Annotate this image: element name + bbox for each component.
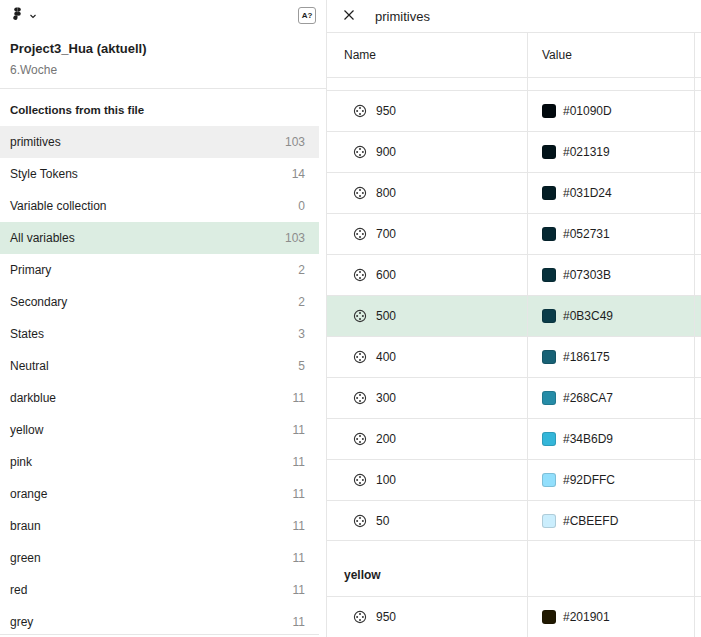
variable-value-cell[interactable]: #07303B [527,268,611,282]
color-swatch[interactable] [542,473,556,487]
sidebar-item-grey[interactable]: grey11 [0,606,319,637]
file-info: Project3_Hua (aktuell) 6.Woche [0,30,326,89]
variable-name-cell[interactable]: 200 [327,431,527,447]
collection-count: 14 [292,167,305,181]
variable-name-cell[interactable]: 950 [327,103,527,119]
sidebar-item-braun[interactable]: braun11 [0,510,319,542]
sidebar-item-variable-collection[interactable]: Variable collection0 [0,190,319,222]
sidebar-item-neutral[interactable]: Neutral5 [0,350,319,382]
collection-label: braun [10,519,41,533]
variable-name: 900 [376,145,396,159]
variables-panel: primitives Name Value 950#01090D900#0213… [327,0,701,637]
variable-row-800-2[interactable]: 800#031D24 [327,172,701,213]
file-title: Project3_Hua (aktuell) [10,40,316,58]
variable-row-500-5[interactable]: 500#0B3C49 [327,295,701,336]
color-swatch[interactable] [542,391,556,405]
variable-name-cell[interactable]: 300 [327,390,527,406]
hex-value: #01090D [563,104,612,118]
variable-name: 50 [376,514,389,528]
variable-name-cell[interactable]: 800 [327,185,527,201]
local-variables-window: A? Project3_Hua (aktuell) 6.Woche Collec… [0,0,701,637]
collection-label: red [10,583,27,597]
hex-value: #0B3C49 [563,309,613,323]
variable-value-cell[interactable]: #92DFFC [527,473,615,487]
variable-row-400-6[interactable]: 400#186175 [327,336,701,377]
variable-value-cell[interactable]: #186175 [527,350,610,364]
collection-count: 0 [298,199,305,213]
variable-name-cell[interactable]: 900 [327,144,527,160]
variable-row-950-12[interactable]: 950#201901 [327,596,701,637]
sidebar-item-orange[interactable]: orange11 [0,478,319,510]
sidebar-item-style-tokens[interactable]: Style Tokens14 [0,158,319,190]
color-swatch[interactable] [542,186,556,200]
sidebar-item-primitives[interactable]: primitives103 [0,126,319,158]
sidebar-item-states[interactable]: States3 [0,318,319,350]
sidebar-item-secondary[interactable]: Secondary2 [0,286,319,318]
color-swatch[interactable] [542,104,556,118]
collection-count: 11 [293,455,305,469]
variable-value-cell[interactable]: #34B6D9 [527,432,613,446]
a-question-button[interactable]: A? [298,7,316,24]
sidebar-item-yellow[interactable]: yellow11 [0,414,319,446]
variable-name-cell[interactable]: 50 [327,513,527,529]
collection-count: 11 [293,615,305,629]
collection-label: Style Tokens [10,167,78,181]
sidebar-item-all-variables[interactable]: All variables103 [0,222,319,254]
variable-name-cell[interactable]: 600 [327,267,527,283]
variable-name-cell[interactable]: 100 [327,472,527,488]
collection-label: grey [10,615,33,629]
variable-name-cell[interactable]: 700 [327,226,527,242]
close-button[interactable] [337,4,361,28]
variable-color-icon [352,472,368,488]
variable-name: 700 [376,227,396,241]
color-swatch[interactable] [542,514,556,528]
sidebar-item-pink[interactable]: pink11 [0,446,319,478]
variable-value-cell[interactable]: #031D24 [527,186,612,200]
collection-label: Secondary [10,295,67,309]
variable-value-cell[interactable]: #CBEEFD [527,514,618,528]
table-header: Name Value [327,33,701,78]
variable-name-cell[interactable]: 400 [327,349,527,365]
variable-name: 400 [376,350,396,364]
sidebar-item-darkblue[interactable]: darkblue11 [0,382,319,414]
variable-row-900-1[interactable]: 900#021319 [327,131,701,172]
variable-value-cell[interactable]: #01090D [527,104,612,118]
variable-row-50-10[interactable]: 50#CBEEFD [327,500,701,541]
panel-title: primitives [375,9,430,24]
color-swatch[interactable] [542,350,556,364]
variable-value-cell[interactable]: #052731 [527,227,610,241]
collection-label: darkblue [10,391,56,405]
variable-value-cell[interactable]: #021319 [527,145,610,159]
collection-count: 11 [293,519,305,533]
variable-row-600-4[interactable]: 600#07303B [327,254,701,295]
panel-header: primitives [327,0,701,33]
sidebar-item-red[interactable]: red11 [0,574,319,606]
variable-value-cell[interactable]: #268CA7 [527,391,613,405]
color-swatch[interactable] [542,268,556,282]
variable-name: 100 [376,473,396,487]
sidebar-item-primary[interactable]: Primary2 [0,254,319,286]
variable-row-950-0[interactable]: 950#01090D [327,90,701,131]
color-swatch[interactable] [542,227,556,241]
hex-value: #34B6D9 [563,432,613,446]
variable-name-cell[interactable]: 500 [327,308,527,324]
collection-label: Variable collection [10,199,107,213]
group-label: yellow [344,568,381,582]
color-swatch[interactable] [542,610,556,624]
collection-label: green [10,551,41,565]
variable-row-200-8[interactable]: 200#34B6D9 [327,418,701,459]
color-swatch[interactable] [542,145,556,159]
collection-count: 103 [285,231,305,245]
variable-color-icon [352,513,368,529]
figma-menu-button[interactable] [10,6,37,25]
collections-header: Collections from this file [0,89,326,126]
variable-row-100-9[interactable]: 100#92DFFC [327,459,701,500]
sidebar-item-green[interactable]: green11 [0,542,319,574]
color-swatch[interactable] [542,432,556,446]
variable-value-cell[interactable]: #0B3C49 [527,309,613,323]
variable-row-700-3[interactable]: 700#052731 [327,213,701,254]
variable-value-cell[interactable]: #201901 [527,610,610,624]
variable-name-cell[interactable]: 950 [327,609,527,625]
variable-row-300-7[interactable]: 300#268CA7 [327,377,701,418]
color-swatch[interactable] [542,309,556,323]
